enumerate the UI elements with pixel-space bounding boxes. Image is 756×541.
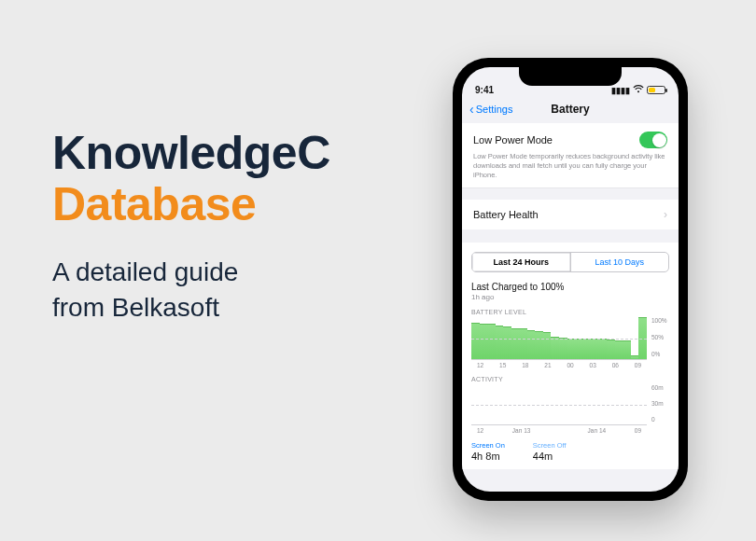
bl-bar: [535, 331, 543, 360]
subtitle: A detailed guide from Belkasoft: [52, 255, 330, 326]
tab-last-24h[interactable]: Last 24 Hours: [472, 253, 571, 271]
bl-x-tick: 09: [635, 362, 641, 368]
back-button[interactable]: ‹ Settings: [469, 103, 512, 116]
bl-bar: [527, 330, 536, 360]
title-line1: KnowledgeC: [52, 129, 330, 178]
bl-bar: [487, 324, 496, 359]
last-charged-sub: 1h ago: [471, 293, 669, 301]
x-mid2: Jan 14: [559, 427, 635, 434]
act-y-labels: 60m 30m 0: [649, 384, 669, 423]
screen-on-value: 4h 8m: [471, 451, 505, 462]
bl-bar: [583, 339, 592, 360]
bl-x-tick: 00: [567, 362, 573, 368]
bl-bar: [575, 339, 583, 360]
battery-level-chart: 100% 50% 0% 1215182100030609: [471, 317, 669, 368]
act-y-30: 30m: [651, 400, 669, 407]
wifi-icon: [633, 85, 644, 95]
bl-y-100: 100%: [651, 317, 669, 324]
bl-bar: [471, 323, 480, 360]
status-time: 9:41: [475, 85, 611, 95]
bl-bar: [503, 326, 511, 359]
status-icons: ▮▮▮▮: [611, 85, 665, 95]
x-mid1: Jan 13: [483, 427, 559, 434]
bl-x-tick: 06: [612, 362, 619, 368]
subtitle-line2: from Belkasoft: [52, 293, 219, 322]
screen-off-stat: Screen Off 44m: [533, 441, 567, 462]
bl-y-50: 50%: [651, 334, 669, 340]
time-range-segmented: Last 24 Hours Last 10 Days: [471, 252, 669, 272]
bl-x-tick: 12: [477, 362, 483, 368]
signal-icon: ▮▮▮▮: [611, 86, 630, 95]
phone-screen: 9:41 ▮▮▮▮ ‹ Settings Battery Low Power M…: [462, 67, 679, 492]
bl-x-tick: 21: [544, 362, 551, 368]
low-power-cell: Low Power Mode Low Power Mode temporaril…: [462, 123, 679, 188]
bl-bar: [480, 324, 488, 360]
act-y-0: 0: [651, 416, 669, 423]
subtitle-line1: A detailed guide: [52, 257, 238, 286]
bl-bar: [519, 328, 527, 359]
nav-title: Battery: [551, 103, 589, 116]
hero-text: KnowledgeC Database A detailed guide fro…: [52, 129, 330, 326]
bl-y-0: 0%: [651, 351, 669, 357]
chevron-right-icon: ›: [664, 208, 667, 221]
usage-footer: Screen On 4h 8m Screen Off 44m: [471, 441, 669, 462]
activity-label: ACTIVITY: [471, 376, 669, 382]
bl-x-tick: 18: [522, 362, 528, 368]
title-line2: Database: [52, 180, 330, 229]
bl-bar: [543, 332, 552, 359]
x-end: 09: [635, 427, 641, 434]
notch: [519, 67, 622, 86]
x-start: 12: [477, 427, 483, 434]
bl-bar: [615, 340, 623, 360]
screen-off-label: Screen Off: [533, 441, 567, 450]
last-charged-title: Last Charged to 100%: [471, 282, 669, 292]
battery-level-label: BATTERY LEVEL: [471, 309, 669, 315]
bl-bar: [567, 339, 576, 360]
act-y-60: 60m: [651, 384, 669, 391]
bl-x-tick: 03: [590, 362, 596, 368]
bl-bar: [631, 355, 639, 360]
bl-bar: [591, 339, 599, 360]
bl-bar: [623, 340, 631, 359]
chevron-left-icon: ‹: [469, 103, 474, 116]
usage-card: Last 24 Hours Last 10 Days Last Charged …: [462, 243, 679, 469]
bl-bar: [551, 337, 559, 360]
bl-x-labels: 1215182100030609: [471, 362, 647, 368]
phone-frame: 9:41 ▮▮▮▮ ‹ Settings Battery Low Power M…: [453, 58, 688, 501]
battery-low-icon: [647, 86, 665, 94]
screen-on-stat: Screen On 4h 8m: [471, 441, 505, 462]
screen-on-label: Screen On: [471, 441, 505, 450]
bl-bar: [496, 326, 504, 359]
activity-chart: 60m 30m 0 12 Jan 13 Jan 14 09: [471, 384, 669, 434]
nav-bar: ‹ Settings Battery: [462, 97, 679, 123]
bl-bar: [511, 328, 520, 360]
bl-y-labels: 100% 50% 0%: [649, 317, 669, 357]
back-label: Settings: [476, 104, 513, 115]
tab-last-10d[interactable]: Last 10 Days: [571, 253, 669, 271]
battery-health-cell[interactable]: Battery Health ›: [462, 200, 679, 229]
bl-x-tick: 15: [499, 362, 506, 368]
bl-bar: [607, 340, 615, 360]
bl-bars: [471, 317, 647, 360]
low-power-desc: Low Power Mode temporarily reduces backg…: [473, 152, 667, 179]
act-bars: [471, 384, 647, 425]
low-power-toggle[interactable]: [639, 132, 667, 148]
screen-off-value: 44m: [533, 451, 567, 462]
battery-health-label: Battery Health: [473, 209, 539, 220]
bl-bar: [599, 339, 608, 360]
bl-bar: [559, 338, 567, 359]
act-x-labels: 12 Jan 13 Jan 14 09: [471, 427, 647, 434]
low-power-label: Low Power Mode: [473, 134, 553, 146]
